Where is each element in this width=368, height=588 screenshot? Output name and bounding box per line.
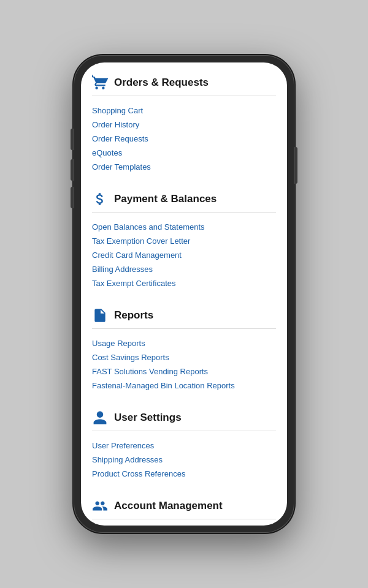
menu-link-payment-2[interactable]: Credit Card Management (92, 248, 276, 262)
section-payment: Payment & BalancesOpen Balances and Stat… (92, 191, 276, 293)
menu-link-reports-1[interactable]: Cost Savings Reports (92, 350, 276, 364)
section-header-account: Account Management (92, 498, 276, 519)
menu-link-orders-0[interactable]: Shopping Cart (92, 104, 276, 118)
section-title-orders: Orders & Requests (114, 77, 209, 89)
user-icon (92, 410, 108, 426)
menu-link-reports-2[interactable]: FAST Solutions Vending Reports (92, 364, 276, 379)
menu-link-payment-3[interactable]: Billing Addresses (92, 262, 276, 276)
menu-link-reports-0[interactable]: Usage Reports (92, 336, 276, 350)
menu-link-orders-4[interactable]: Order Templates (92, 160, 276, 174)
dollar-icon (92, 191, 108, 207)
account-icon (92, 498, 108, 514)
section-header-reports: Reports (92, 307, 276, 329)
section-user-settings: User SettingsUser PreferencesShipping Ad… (92, 410, 276, 483)
section-header-payment: Payment & Balances (92, 191, 276, 213)
menu-link-payment-1[interactable]: Tax Exemption Cover Letter (92, 234, 276, 248)
report-icon (92, 307, 108, 323)
phone-frame: Orders & RequestsShopping CartOrder Hist… (74, 55, 294, 533)
section-orders: Orders & RequestsShopping CartOrder Hist… (92, 75, 276, 176)
menu-link-orders-2[interactable]: Order Requests (92, 132, 276, 146)
menu-link-payment-0[interactable]: Open Balances and Statements (92, 220, 276, 234)
cart-icon (92, 75, 108, 91)
menu-link-payment-4[interactable]: Tax Exempt Certificates (92, 276, 276, 290)
menu-link-reports-3[interactable]: Fastenal-Managed Bin Location Reports (92, 379, 276, 393)
section-links-user-settings: User PreferencesShipping AddressesProduc… (92, 436, 276, 483)
menu-link-user-settings-1[interactable]: Shipping Addresses (92, 453, 276, 467)
phone-screen: Orders & RequestsShopping CartOrder Hist… (81, 62, 287, 526)
section-header-user-settings: User Settings (92, 410, 276, 431)
menu-link-user-settings-2[interactable]: Product Cross References (92, 467, 276, 481)
section-links-reports: Usage ReportsCost Savings ReportsFAST So… (92, 334, 276, 395)
section-account: Account ManagementWeb Account Informatio… (92, 498, 276, 526)
section-title-payment: Payment & Balances (114, 193, 217, 205)
section-links-account: Web Account InformationUsers and Permiss… (92, 524, 276, 526)
screen-scroll-area[interactable]: Orders & RequestsShopping CartOrder Hist… (81, 62, 287, 526)
section-links-orders: Shopping CartOrder HistoryOrder Requests… (92, 101, 276, 176)
section-header-orders: Orders & Requests (92, 75, 276, 96)
section-reports: ReportsUsage ReportsCost Savings Reports… (92, 307, 276, 395)
section-title-account: Account Management (114, 500, 223, 512)
section-links-payment: Open Balances and StatementsTax Exemptio… (92, 217, 276, 293)
section-title-reports: Reports (114, 309, 153, 322)
menu-link-orders-1[interactable]: Order History (92, 118, 276, 132)
section-title-user-settings: User Settings (114, 412, 182, 424)
menu-link-user-settings-0[interactable]: User Preferences (92, 439, 276, 453)
menu-link-orders-3[interactable]: eQuotes (92, 146, 276, 160)
